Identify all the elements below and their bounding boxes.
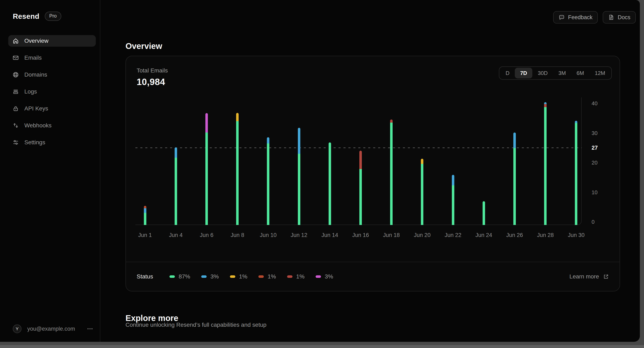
x-axis-label: Jun 14 [322, 232, 338, 238]
y-axis-tick: 0 [592, 219, 594, 225]
segment-green [452, 185, 454, 225]
legend-entry-magenta: 3% [316, 273, 333, 280]
sidebar-item-api-keys[interactable]: API Keys [8, 103, 96, 114]
sliders-icon [12, 139, 19, 146]
segment-green [174, 158, 177, 225]
legend-row: Status 87%3%1%1%1%3% Learn more [126, 262, 620, 291]
x-axis-label: Jun 28 [537, 232, 554, 238]
segment-orange [144, 206, 146, 208]
x-axis-label: Jun 24 [475, 232, 492, 238]
sidebar-item-label: Logs [24, 88, 37, 95]
range-tab-30d[interactable]: 30D [532, 68, 553, 78]
bar-jun-12[interactable] [298, 128, 300, 225]
learn-more-link[interactable]: Learn more [570, 273, 609, 280]
sidebar-item-settings[interactable]: Settings [8, 137, 96, 148]
y-axis-tick: 30 [592, 130, 598, 136]
lock-icon [12, 105, 19, 112]
x-axis-label: Jun 30 [568, 232, 584, 238]
bar-slot-jun-14: Jun 14 [314, 98, 345, 225]
legend-entry-green: 87% [170, 273, 190, 280]
range-tab-6m[interactable]: 6M [571, 68, 589, 78]
sidebar-item-label: Emails [24, 54, 42, 61]
x-axis-label: Jun 8 [230, 232, 244, 238]
bar-slot-jun-6: Jun 6 [191, 98, 222, 225]
resend-logo[interactable]: Resend [13, 12, 40, 20]
bar-jun-18[interactable] [390, 120, 392, 225]
globe-icon [12, 72, 19, 78]
bar-jun-14[interactable] [328, 142, 331, 225]
x-axis-label: Jun 26 [506, 232, 523, 238]
bar-jun-16[interactable] [359, 151, 362, 225]
bar-jun-10[interactable] [267, 137, 269, 225]
bar-jun-24[interactable] [482, 201, 485, 225]
mail-icon [12, 54, 19, 61]
x-axis-label: Jun 16 [352, 232, 369, 238]
bar-slot-jun-26: Jun 26 [499, 98, 530, 225]
segment-magenta [206, 113, 208, 132]
segment-green [236, 121, 238, 225]
segment-blue [513, 132, 516, 148]
y-axis-tick: 20 [592, 160, 598, 166]
bar-jun-1[interactable] [144, 206, 146, 225]
segment-blue [144, 208, 146, 213]
legend-entry-red: 1% [287, 273, 304, 280]
legend-chip-red [287, 275, 292, 278]
legend-percentage: 1% [296, 273, 304, 280]
segment-green [390, 122, 392, 225]
bar-jun-26[interactable] [513, 132, 516, 225]
range-tab-7d[interactable]: 7D [515, 68, 532, 78]
bar-jun-28[interactable] [544, 102, 546, 225]
bar-jun-4[interactable] [174, 147, 177, 225]
segment-green [482, 201, 485, 225]
x-axis-label: Jun 22 [444, 232, 461, 238]
sidebar-item-label: API Keys [24, 105, 48, 112]
user-menu-button[interactable] [85, 325, 95, 333]
bar-slot-jun-28: Jun 28 [530, 98, 561, 225]
x-axis-label: Jun 6 [200, 232, 214, 238]
sidebar-item-overview[interactable]: Overview [8, 35, 96, 47]
bar-jun-20[interactable] [421, 159, 423, 225]
range-tab-12m[interactable]: 12M [589, 68, 610, 78]
segment-blue [298, 128, 300, 154]
bar-slot-jun-8: Jun 8 [222, 98, 253, 225]
range-tab-d[interactable]: D [500, 68, 515, 78]
segment-blue [575, 121, 577, 123]
document-icon [608, 14, 614, 20]
segment-blue [174, 147, 177, 158]
segment-red [544, 104, 546, 107]
x-axis-label: Jun 10 [260, 232, 276, 238]
sidebar: Resend Pro OverviewEmailsDomainsLogsAPI … [0, 0, 100, 342]
sidebar-item-label: Settings [24, 139, 45, 146]
legend-chip-blue [201, 275, 206, 278]
feedback-bubble-icon [558, 14, 565, 20]
bar-jun-22[interactable] [452, 175, 454, 225]
metric-label: Total Emails [137, 67, 168, 74]
sidebar-item-label: Webhooks [24, 122, 52, 129]
desktop-background-strip [0, 345, 644, 348]
bar-jun-8[interactable] [236, 113, 238, 225]
feedback-button[interactable]: Feedback [553, 11, 598, 24]
segment-green [359, 169, 362, 225]
legend-chip-magenta [316, 275, 321, 278]
bar-jun-6[interactable] [206, 113, 208, 225]
page-title: Overview [126, 42, 162, 51]
external-link-icon [603, 274, 609, 280]
sidebar-item-webhooks[interactable]: Webhooks [8, 120, 96, 131]
sidebar-item-domains[interactable]: Domains [8, 69, 96, 80]
range-tab-3m[interactable]: 3M [553, 68, 571, 78]
segment-green [144, 213, 146, 225]
segment-green [328, 142, 331, 225]
segment-yellow [421, 159, 423, 164]
x-axis-label: Jun 4 [169, 232, 183, 238]
sidebar-item-emails[interactable]: Emails [8, 52, 96, 64]
legend-chip-yellow [230, 275, 235, 278]
legend-percentage: 3% [325, 273, 333, 280]
ellipsis-icon [87, 326, 93, 332]
docs-button[interactable]: Docs [603, 11, 636, 24]
bar-slot-jun-30: Jun 30 [561, 98, 592, 225]
segment-green [575, 123, 577, 225]
user-email: you@example.com [27, 326, 85, 332]
sidebar-item-label: Overview [24, 38, 48, 44]
bar-jun-30[interactable] [575, 121, 577, 225]
sidebar-item-logs[interactable]: Logs [8, 86, 96, 98]
